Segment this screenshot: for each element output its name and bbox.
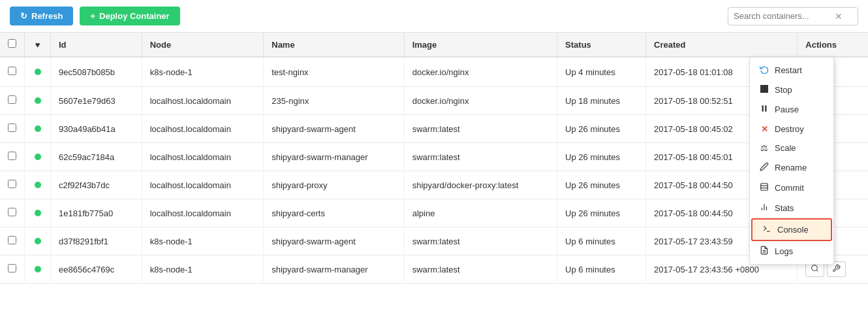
header-node: Node [142, 33, 264, 57]
status-indicator [35, 125, 41, 132]
row-checkbox[interactable] [8, 124, 16, 132]
menu-item-console[interactable]: Console [751, 218, 832, 241]
menu-item-rename[interactable]: Rename [750, 157, 833, 178]
row-status: Up 26 minutes [557, 171, 646, 199]
menu-item-label-stats: Stats [775, 203, 794, 213]
row-id: 9ec5087b085b [51, 57, 142, 87]
row-checkbox[interactable] [8, 67, 16, 75]
row-image: swarm:latest [404, 143, 557, 171]
row-name: test-nginx [264, 57, 404, 87]
commit-icon [759, 182, 769, 193]
search-input[interactable] [734, 11, 831, 21]
refresh-icon: ↻ [20, 11, 27, 21]
header-checkbox-col [0, 33, 25, 57]
logs-icon [759, 246, 769, 257]
menu-item-label-commit: Commit [775, 183, 804, 193]
svg-point-12 [812, 265, 818, 271]
header-name: Name [264, 33, 404, 57]
menu-item-stats[interactable]: Stats [750, 198, 833, 218]
row-node: k8s-node-1 [142, 227, 264, 256]
row-status: Up 18 minutes [557, 87, 646, 115]
heart-icon: ♥ [35, 40, 40, 50]
header-created: Created [646, 33, 798, 57]
row-checkbox[interactable] [8, 180, 16, 188]
refresh-button[interactable]: ↻ Refresh [10, 7, 73, 25]
row-status: Up 26 minutes [557, 143, 646, 171]
row-checkbox-cell [0, 227, 25, 256]
row-checkbox[interactable] [8, 95, 16, 104]
actions-dropdown-menu: RestartStopPause✕Destroy⚖ScaleRenameComm… [749, 57, 834, 265]
menu-item-destroy[interactable]: ✕Destroy [750, 120, 833, 139]
status-indicator [35, 97, 41, 104]
stats-icon [759, 203, 769, 214]
row-node: localhost.localdomain [142, 171, 264, 199]
status-indicator [35, 266, 41, 272]
table-body: 9ec5087b085bk8s-node-1test-nginxdocker.i… [0, 57, 868, 284]
select-all-checkbox[interactable] [8, 39, 16, 48]
row-checkbox[interactable] [8, 236, 16, 244]
menu-item-pause[interactable]: Pause [750, 99, 833, 120]
status-indicator [35, 69, 41, 75]
row-status: Up 26 minutes [557, 199, 646, 227]
menu-item-label-restart: Restart [775, 65, 802, 75]
search-box: ✕ [728, 7, 858, 25]
row-image: swarm:latest [404, 115, 557, 143]
table-row: 5607e1e79d63localhost.localdomain235-ngi… [0, 87, 868, 115]
row-status-dot-cell [25, 171, 51, 199]
table-row: 930a49a6b41alocalhost.localdomainshipyar… [0, 115, 868, 143]
table-row: ee8656c4769ck8s-node-1shipyard-swarm-man… [0, 256, 868, 284]
menu-item-commit[interactable]: Commit [750, 178, 833, 198]
row-checkbox[interactable] [8, 264, 16, 272]
row-name: shipyard-proxy [264, 171, 404, 199]
row-status: Up 6 minutes [557, 256, 646, 284]
menu-item-label-scale: Scale [775, 143, 796, 153]
header-actions: Actions [798, 33, 868, 57]
row-id: 5607e1e79d63 [51, 87, 142, 115]
console-icon [762, 224, 772, 235]
destroy-icon: ✕ [759, 124, 769, 134]
row-node: localhost.localdomain [142, 115, 264, 143]
row-image: docker.io/nginx [404, 57, 557, 87]
header-id: Id [51, 33, 142, 57]
pause-icon [759, 104, 769, 115]
row-checkbox[interactable] [8, 152, 16, 160]
table-header-row: ♥ Id Node Name Image Status Created Acti… [0, 33, 868, 57]
row-status-dot-cell [25, 256, 51, 284]
header-image: Image [404, 33, 557, 57]
row-checkbox-cell [0, 171, 25, 199]
scale-icon: ⚖ [759, 143, 769, 153]
row-id: 930a49a6b41a [51, 115, 142, 143]
svg-rect-3 [761, 184, 768, 191]
menu-item-label-destroy: Destroy [775, 124, 804, 134]
row-name: 235-nginx [264, 87, 404, 115]
status-indicator [35, 182, 41, 188]
row-status: Up 4 minutes [557, 57, 646, 87]
row-id: 62c59ac7184a [51, 143, 142, 171]
deploy-button[interactable]: + Deploy Container [80, 7, 179, 25]
row-id: 1e181fb775a0 [51, 199, 142, 227]
row-id: ee8656c4769c [51, 256, 142, 284]
table-row: 9ec5087b085bk8s-node-1test-nginxdocker.i… [0, 57, 868, 87]
menu-item-label-pause: Pause [775, 105, 799, 114]
svg-rect-0 [760, 85, 768, 93]
row-checkbox-cell [0, 199, 25, 227]
row-node: localhost.localdomain [142, 199, 264, 227]
menu-item-scale[interactable]: ⚖Scale [750, 139, 833, 157]
row-actions-cell: RestartStopPause✕Destroy⚖ScaleRenameComm… [798, 57, 868, 87]
header-status: Status [557, 33, 646, 57]
menu-item-label-console: Console [777, 225, 809, 235]
menu-item-restart[interactable]: Restart [750, 60, 833, 80]
row-name: shipyard-swarm-manager [264, 256, 404, 284]
row-name: shipyard-swarm-manager [264, 143, 404, 171]
menu-item-stop[interactable]: Stop [750, 80, 833, 99]
row-name: shipyard-swarm-agent [264, 227, 404, 256]
row-checkbox[interactable] [8, 208, 16, 216]
containers-table-container: ♥ Id Node Name Image Status Created Acti… [0, 33, 868, 284]
menu-item-label-stop: Stop [775, 85, 792, 95]
row-status-dot-cell [25, 227, 51, 256]
svg-line-13 [816, 270, 818, 271]
search-clear-icon[interactable]: ✕ [835, 11, 843, 22]
row-node: k8s-node-1 [142, 57, 264, 87]
rename-icon [759, 162, 769, 173]
menu-item-logs[interactable]: Logs [750, 241, 833, 261]
